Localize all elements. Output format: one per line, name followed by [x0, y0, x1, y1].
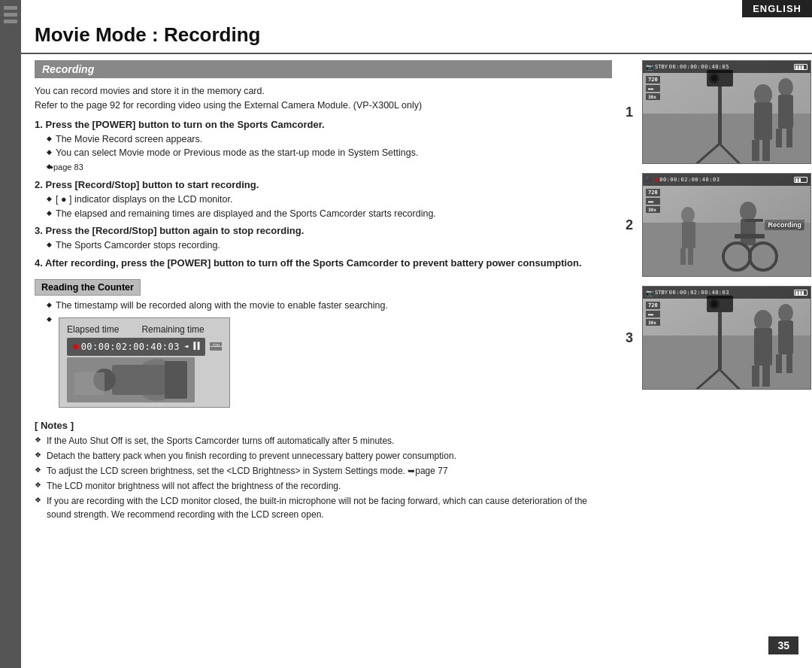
- svg-point-26: [740, 202, 756, 221]
- note-item: The LCD monitor brightness will not affe…: [35, 479, 612, 493]
- step-2-title: 2. Press [Record/Stop] button to start r…: [35, 179, 612, 190]
- svg-rect-27: [741, 219, 756, 245]
- step-3-title: 3. Press the [Record/Stop] button again …: [35, 225, 612, 236]
- cam-side-badges-2: 720 ▬▬ 30x: [646, 189, 660, 213]
- svg-rect-40: [754, 328, 772, 366]
- svg-rect-33: [682, 222, 695, 248]
- section-header: Recording: [35, 60, 612, 78]
- cam-number-2: 2: [626, 217, 633, 233]
- reading-counter-bullets: The timestamp will be recorded along wit…: [47, 299, 612, 412]
- counter-display: ● 00:00:02:00:40:03 ◄ ▐▐: [67, 338, 205, 356]
- step-3-bullets: The Sports Camcorder stops recording.: [47, 238, 612, 253]
- cam-image-3: 📷 STBY 00:00:02:00:40:03 720 ▬▬: [642, 286, 811, 390]
- bullet-item: You can select Movie mode or Previous mo…: [47, 146, 612, 160]
- notes-title: [ Notes ]: [35, 420, 612, 431]
- cam-image-2-wrapper: 2: [642, 173, 798, 277]
- remaining-label: Remaining time: [141, 323, 204, 336]
- step-1-title: 1. Press the [POWER] button to turn on t…: [35, 119, 612, 130]
- bullet-item: [ ● ] indicator displays on the LCD moni…: [47, 193, 612, 207]
- svg-rect-46: [786, 354, 792, 373]
- svg-point-52: [711, 301, 717, 307]
- svg-rect-30: [735, 234, 765, 238]
- page-number: 35: [768, 636, 798, 654]
- reading-counter-diagram: Elapsed time Remaining time ● 00:00:02:0…: [47, 313, 612, 412]
- svg-rect-2: [112, 365, 165, 395]
- sidebar-decoration: [4, 20, 17, 23]
- note-item: Detach the battery pack when you finish …: [35, 449, 612, 463]
- note-item: If the Auto Shut Off is set, the Sports …: [35, 434, 612, 448]
- left-column: Recording You can record movies and stor…: [35, 60, 626, 668]
- svg-rect-15: [776, 129, 782, 147]
- svg-rect-42: [762, 366, 770, 387]
- bullet-item: The Movie Record screen appears.: [47, 132, 612, 147]
- svg-rect-12: [762, 140, 770, 161]
- counter-box: Elapsed time Remaining time ● 00:00:02:0…: [59, 317, 230, 408]
- language-badge: ENGLISH: [742, 0, 812, 17]
- cam-image-1-wrapper: 1: [642, 60, 798, 164]
- main-content: ENGLISH Movie Mode : Recording Recording…: [21, 0, 812, 668]
- bullet-item: ➥page 83: [47, 160, 612, 175]
- cam-side-badges-1: 720 ▬▬ 30x: [646, 76, 660, 100]
- content-area: Recording You can record movies and stor…: [21, 60, 812, 668]
- step-3: 3. Press the [Record/Stop] button again …: [35, 225, 612, 253]
- step-4-title: 4. After recording, press the [POWER] bu…: [35, 257, 612, 269]
- note-item: If you are recording with the LCD monito…: [35, 494, 612, 521]
- svg-rect-16: [786, 129, 792, 147]
- svg-point-39: [754, 310, 772, 331]
- sidebar: [0, 0, 21, 668]
- cam-status-bar-3: 📷 STBY 00:00:02:00:40:03: [643, 287, 810, 299]
- reading-counter-desc: The timestamp will be recorded along wit…: [47, 299, 612, 313]
- counter-labels: Elapsed time Remaining time: [67, 323, 222, 336]
- sidebar-decoration: [4, 13, 17, 17]
- step-1: 1. Press the [POWER] button to turn on t…: [35, 119, 612, 175]
- counter-value: 00:00:02:00:40:03: [81, 340, 180, 354]
- step-4: 4. After recording, press the [POWER] bu…: [35, 257, 612, 269]
- note-item: To adjust the LCD screen brightness, set…: [35, 464, 612, 478]
- svg-rect-10: [754, 102, 772, 140]
- cam-status-bar-1: 📷 STBY 00:00:00:00:40:05: [643, 61, 810, 73]
- reading-counter-section: Reading the Counter The timestamp will b…: [35, 273, 612, 412]
- cam-image-2: ⬛ ● 00:00:02:00:40:03 720 ▬▬ 30x: [642, 173, 811, 277]
- svg-point-22: [711, 75, 717, 81]
- bullet-item: The elapsed and remaining times are disp…: [47, 207, 612, 221]
- sidebar-decoration: [4, 6, 17, 10]
- cam-image-1: 📷 STBY 00:00:00:00:40:05 720: [642, 60, 811, 164]
- svg-point-43: [778, 304, 793, 322]
- cam-number-3: 3: [626, 330, 633, 346]
- svg-rect-31: [744, 219, 763, 222]
- svg-rect-5: [74, 372, 105, 395]
- step-1-bullets: The Movie Record screen appears. You can…: [47, 132, 612, 175]
- intro-text: You can record movies and store it in th…: [35, 84, 612, 113]
- elapsed-label: Elapsed time: [67, 323, 119, 336]
- svg-point-13: [778, 78, 793, 96]
- svg-rect-34: [680, 248, 686, 265]
- right-column: 1: [626, 60, 798, 668]
- reading-counter-header: Reading the Counter: [35, 279, 141, 296]
- svg-rect-44: [778, 320, 793, 354]
- cam-side-badges-3: 720 ▬▬ 30x: [646, 302, 660, 326]
- bullet-item: The Sports Camcorder stops recording.: [47, 238, 612, 253]
- svg-rect-35: [688, 248, 693, 265]
- svg-rect-4: [165, 361, 187, 399]
- svg-point-32: [681, 207, 695, 223]
- svg-rect-11: [752, 140, 759, 161]
- page-title: Movie Mode : Recording: [21, 19, 812, 54]
- svg-rect-41: [752, 366, 759, 387]
- step-2-bullets: [ ● ] indicator displays on the LCD moni…: [47, 193, 612, 221]
- cam-number-1: 1: [626, 105, 633, 120]
- step-2: 2. Press [Record/Stop] button to start r…: [35, 179, 612, 221]
- cam-image-3-wrapper: 3: [642, 286, 798, 390]
- notes-section: [ Notes ] If the Auto Shut Off is set, t…: [35, 420, 612, 521]
- svg-point-9: [754, 84, 772, 105]
- cam-status-bar-2: ⬛ ● 00:00:02:00:40:03: [643, 174, 810, 186]
- recording-label: Recording: [765, 220, 804, 230]
- svg-rect-45: [776, 354, 782, 373]
- notes-list: If the Auto Shut Off is set, the Sports …: [35, 434, 612, 521]
- svg-rect-14: [778, 95, 793, 129]
